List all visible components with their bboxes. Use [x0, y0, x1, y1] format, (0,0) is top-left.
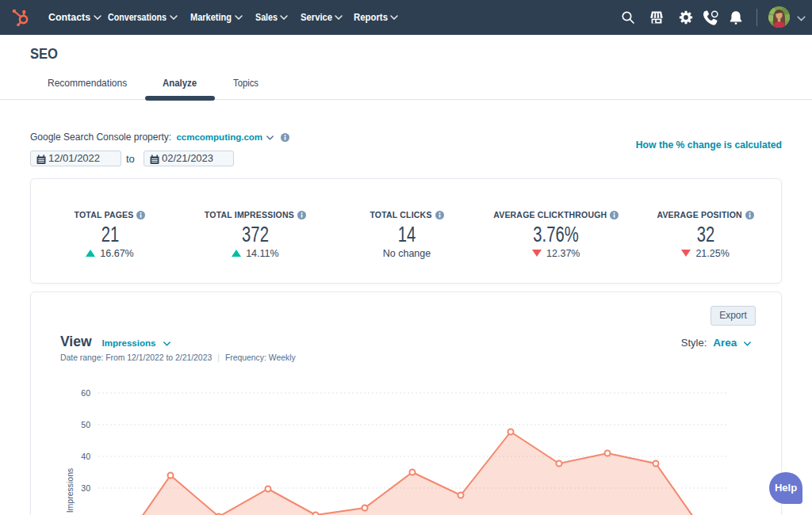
svg-text:Impressions: Impressions [65, 468, 75, 513]
svg-text:50: 50 [81, 420, 90, 429]
svg-text:40: 40 [81, 452, 90, 461]
svg-text:30: 30 [81, 483, 90, 493]
svg-text:60: 60 [81, 388, 90, 398]
